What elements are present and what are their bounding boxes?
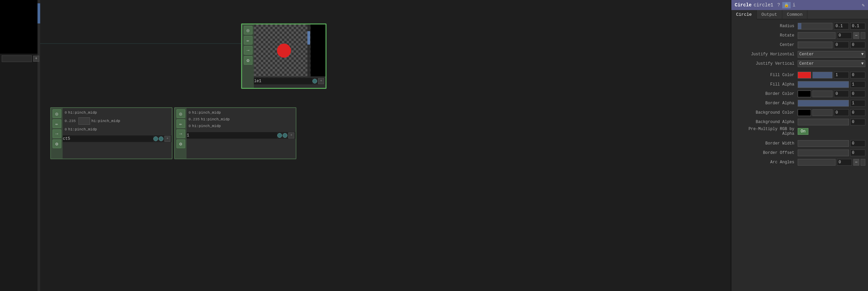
justify-h-value: Center ▼ [798,51,865,58]
center-field[interactable]: 0 [834,41,849,48]
bg-color-field[interactable]: 0 [834,109,849,116]
border-alpha-slider[interactable] [798,100,849,107]
bg-alpha-slider[interactable] [798,119,849,125]
panel-type-label: Circle [735,2,751,8]
data-row-2: 0.235 h1:pinch_midp [65,117,170,125]
panel-tabs: Circle Output Common [732,10,868,20]
left-bar-scrollbar[interactable] [37,0,40,291]
add-button[interactable]: + [33,56,39,62]
node-dot-1[interactable] [312,79,317,84]
border-color-right[interactable]: 0 [850,90,865,97]
rotate-field[interactable]: 0 [837,32,852,39]
border-width-slider[interactable] [798,140,849,147]
preview-scroll-v[interactable] [307,25,310,77]
arc-angles-value: 0 − [798,159,865,166]
center-slider[interactable] [798,41,833,48]
node-icon-arrow-n[interactable]: → [177,129,185,138]
tab-common[interactable]: Common [782,10,808,20]
rotate-label: Rotate [734,33,798,38]
rotate-minus-btn[interactable]: − [853,32,859,39]
info-icon[interactable]: i [793,2,795,8]
radius-field[interactable]: 0.1 [834,23,849,29]
node-icon-arrow-s[interactable]: → [53,129,61,138]
rotate-right-btn[interactable] [861,32,865,39]
data-row-3: 0 h1:pinch_midp [65,127,170,132]
bg-alpha-field[interactable]: 0 [850,119,865,125]
node-icon-view-n[interactable]: ◎ [177,109,185,118]
fill-color-slider[interactable] [812,72,833,79]
null-add-btn[interactable]: + [288,133,294,139]
arc-angles-label: Arc Angles [734,160,798,165]
edit-icon[interactable]: ✎ [862,2,865,8]
arc-angles-field[interactable]: 0 [837,159,852,166]
arc-right-btn[interactable] [861,159,865,166]
node-icon-arrow[interactable]: → [244,46,252,55]
radius-right-field[interactable]: 0.1 [850,23,865,29]
node-icon-op[interactable]: ⚙ [244,56,252,65]
null-data-content: 0 h1:pinch_midp 0.235 h1:pinch_midp 0 h1… [187,108,296,131]
node-add-btn[interactable]: + [318,78,324,84]
scroll-thumb-v[interactable] [307,31,310,45]
prop-border-alpha: Border Alpha 1 [732,98,868,108]
prop-rotate: Rotate 0 − [732,31,868,40]
null1-node[interactable]: ◎ ✏ → ⚙ 0 h1:pinch_midp 0.235 h1:pinch_m… [174,107,297,159]
border-offset-slider[interactable] [798,149,849,156]
fill-color-label: Fill Color [734,73,798,78]
data-row-1: 0 h1:pinch_midp [65,111,170,115]
bg-color-swatch[interactable] [798,109,811,116]
bg-color-value: 0 0 [798,109,865,116]
fill-color-swatch[interactable] [798,72,811,79]
properties-area[interactable]: Radius 0.1 0.1 Rotate 0 − Cen [732,20,868,291]
bg-color-right[interactable]: 0 [850,109,865,116]
fill-color-field[interactable]: 1 [834,72,849,79]
select-dot-2[interactable] [159,137,163,141]
select5-node[interactable]: ◎ ✏ → ⚙ 0 h1:pinch_midp 0.235 h1:pinch_m… [50,107,173,159]
bg-color-slider[interactable] [812,109,833,116]
null-dot-1[interactable] [277,133,282,138]
preview-node[interactable]: ◎ ✏ → ⚙ circle1 + [241,24,327,89]
question-icon[interactable]: ? [777,2,780,8]
rotate-slider[interactable] [798,32,836,39]
tab-circle[interactable]: Circle [732,10,757,20]
null-dot-2[interactable] [283,133,287,138]
border-color-swatch[interactable] [798,90,811,97]
arc-angles-slider[interactable] [798,159,836,166]
select-dot-1[interactable] [153,137,158,141]
fill-alpha-field[interactable]: 1 [850,81,865,88]
border-color-field[interactable]: 0 [834,90,849,97]
radius-slider[interactable] [798,23,833,29]
border-alpha-value: 1 [798,100,865,107]
fill-alpha-value: 1 [798,81,865,88]
preview-content [254,25,326,77]
node-icon-edit-s[interactable]: ✏ [53,119,61,128]
name-input-field[interactable] [2,55,32,62]
center-right-field[interactable]: 0 [850,41,865,48]
border-color-slider[interactable] [812,90,833,97]
node-icon-op-s[interactable]: ⚙ [53,140,61,148]
justify-h-dropdown[interactable]: Center ▼ [798,51,865,58]
border-offset-field[interactable]: 0 [850,149,865,156]
prop-border-width: Border Width 0 [732,139,868,148]
scroll-thumb[interactable] [37,3,40,24]
border-width-field[interactable]: 0 [850,140,865,147]
justify-h-arrow: ▼ [861,52,864,57]
premultiply-toggle[interactable]: On [798,128,808,135]
select-add-btn[interactable]: + [164,136,170,142]
arc-minus-btn[interactable]: − [853,159,859,166]
node-icon-edit-n[interactable]: ✏ [177,119,185,128]
justify-v-dropdown[interactable]: Center ▼ [798,60,865,67]
justify-h-text: Center [799,52,814,57]
fill-alpha-slider[interactable] [798,81,849,88]
bg-alpha-label: Background Alpha [734,120,798,124]
node-icon-op-n[interactable]: ⚙ [177,140,185,148]
border-alpha-field[interactable]: 1 [850,100,865,107]
panel-title-icons: ? 🔒 i [777,2,795,8]
lock-icon[interactable]: 🔒 [782,2,790,8]
node-icon-view-s[interactable]: ◎ [53,109,61,118]
center-value: 0 0 [798,41,865,48]
radius-value: 0.1 0.1 [798,23,865,29]
tab-output[interactable]: Output [757,10,782,20]
fill-color-right[interactable]: 0 [850,72,865,79]
node-icon-edit[interactable]: ✏ [244,36,252,45]
node-icon-view[interactable]: ◎ [244,26,252,34]
